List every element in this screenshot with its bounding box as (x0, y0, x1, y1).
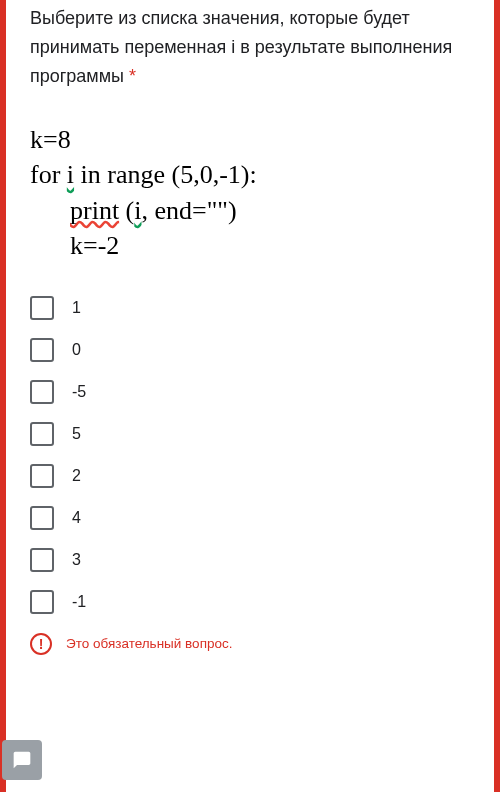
option-row[interactable]: 1 (30, 287, 470, 329)
option-label: 3 (72, 551, 81, 569)
checkbox-icon[interactable] (30, 422, 54, 446)
code-line-3: print (i, end="") (30, 193, 470, 228)
checkbox-icon[interactable] (30, 296, 54, 320)
option-label: 2 (72, 467, 81, 485)
options-list: 1 0 -5 5 2 4 3 -1 (30, 287, 470, 623)
question-prompt: Выберите из списка значения, которые буд… (30, 8, 452, 86)
option-row[interactable]: 0 (30, 329, 470, 371)
option-row[interactable]: 2 (30, 455, 470, 497)
question-text: Выберите из списка значения, которые буд… (30, 0, 470, 94)
error-icon: ! (30, 633, 52, 655)
chat-icon (12, 750, 32, 770)
error-text: Это обязательный вопрос. (66, 636, 232, 651)
checkbox-icon[interactable] (30, 338, 54, 362)
checkbox-icon[interactable] (30, 548, 54, 572)
code-line-2: for i in range (5,0,-1): (30, 157, 470, 192)
option-row[interactable]: -1 (30, 581, 470, 623)
feedback-button[interactable] (2, 740, 42, 780)
checkbox-icon[interactable] (30, 506, 54, 530)
code-line-1: k=8 (30, 122, 470, 157)
option-row[interactable]: 3 (30, 539, 470, 581)
checkbox-icon[interactable] (30, 464, 54, 488)
code-line-4: k=-2 (30, 228, 470, 263)
option-label: 5 (72, 425, 81, 443)
required-star: * (129, 66, 136, 86)
option-row[interactable]: 5 (30, 413, 470, 455)
option-label: -5 (72, 383, 86, 401)
option-row[interactable]: -5 (30, 371, 470, 413)
question-card: Выберите из списка значения, которые буд… (0, 0, 500, 792)
option-label: -1 (72, 593, 86, 611)
checkbox-icon[interactable] (30, 380, 54, 404)
option-label: 4 (72, 509, 81, 527)
option-label: 0 (72, 341, 81, 359)
option-label: 1 (72, 299, 81, 317)
error-row: ! Это обязательный вопрос. (30, 623, 470, 655)
option-row[interactable]: 4 (30, 497, 470, 539)
code-block: k=8 for i in range (5,0,-1): print (i, e… (30, 122, 470, 262)
checkbox-icon[interactable] (30, 590, 54, 614)
